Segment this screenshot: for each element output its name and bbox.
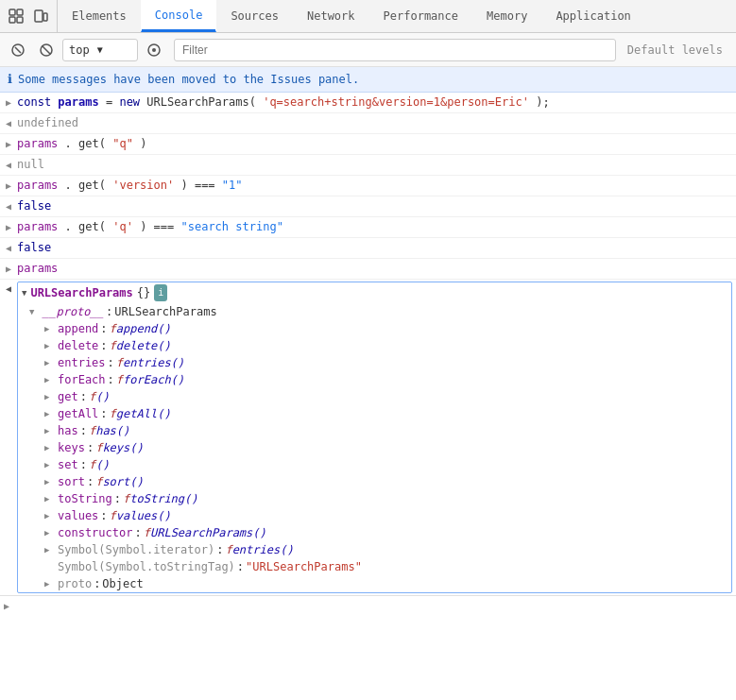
tab-performance[interactable]: Performance — [369, 0, 472, 32]
console-row: ▶ params — [0, 259, 736, 280]
method-delete: ▶ delete : f delete() — [41, 337, 731, 354]
row-content: params . get( 'version' ) === "1" — [17, 177, 736, 194]
collapse-arrow[interactable]: ◀ — [0, 280, 17, 298]
method-arrow[interactable]: ▶ — [44, 320, 58, 337]
console-input-row: ▶ — [0, 595, 736, 616]
tab-application[interactable]: Application — [541, 0, 644, 32]
tab-console[interactable]: Console — [141, 0, 217, 32]
output-arrow: ◀ — [0, 239, 17, 257]
console-row: ◀ null — [0, 155, 736, 176]
method-values: ▶ values : f values() — [41, 507, 731, 524]
svg-rect-2 — [9, 17, 15, 23]
clear-console-button[interactable] — [6, 38, 30, 62]
default-levels-label: Default levels — [620, 43, 730, 57]
console-row: ▶ params . get( "q" ) — [0, 134, 736, 155]
method-constructor: ▶ constructor : f URLSearchParams() — [41, 524, 731, 541]
console-row: ◀ false — [0, 196, 736, 217]
console-row: ▶ params . get( 'q' ) === "search string… — [0, 217, 736, 238]
tab-bar: Elements Console Sources Network Perform… — [0, 0, 736, 33]
context-value: top — [69, 43, 90, 57]
method-arrow[interactable]: ▶ — [44, 490, 58, 507]
svg-rect-5 — [43, 13, 47, 21]
tab-network[interactable]: Network — [293, 0, 369, 32]
preserve-log-icon[interactable] — [142, 38, 166, 62]
block-icon[interactable] — [34, 38, 59, 62]
row-content: const params = new URLSearchParams( 'q=s… — [17, 94, 736, 111]
console-input[interactable] — [13, 600, 732, 613]
method-set: ▶ set : f () — [41, 456, 731, 473]
filter-input[interactable] — [174, 39, 616, 61]
expand-arrow[interactable]: ▶ — [0, 260, 17, 278]
method-arrow[interactable]: ▶ — [44, 507, 58, 524]
info-banner-text: Some messages have been moved to the Iss… — [18, 71, 359, 88]
svg-rect-1 — [17, 9, 23, 15]
proto-arrow[interactable]: ▼ — [29, 303, 43, 320]
svg-line-7 — [15, 47, 21, 53]
expand-arrow[interactable]: ▶ — [0, 94, 17, 111]
output-arrow: ◀ — [0, 156, 17, 174]
row-content: false — [17, 239, 736, 256]
console-row: ▶ const params = new URLSearchParams( 'q… — [0, 93, 736, 113]
console-row: ◀ false — [0, 238, 736, 259]
chevron-down-icon: ▼ — [97, 44, 103, 55]
object-tree: ▼ __proto__ : URLSearchParams ▶ append :… — [18, 303, 731, 592]
info-badge[interactable]: i — [154, 284, 167, 301]
object-box: ▼ URLSearchParams {} i ▼ __proto__ : URL… — [17, 282, 732, 593]
method-arrow[interactable]: ▶ — [44, 456, 58, 473]
input-prompt-icon: ▶ — [4, 598, 9, 615]
collapse-object-icon[interactable]: ▼ — [22, 284, 26, 301]
tab-memory[interactable]: Memory — [472, 0, 541, 32]
proto-row: ▼ __proto__ : URLSearchParams — [26, 303, 731, 320]
method-arrow[interactable]: ▶ — [44, 473, 58, 490]
row-content: params — [17, 260, 736, 277]
expanded-object-row: ◀ ▼ URLSearchParams {} i ▼ __proto__ : U… — [0, 280, 736, 595]
method-tostring: ▶ toString : f toString() — [41, 490, 731, 507]
svg-line-9 — [43, 45, 51, 54]
method-foreach: ▶ forEach : f forEach() — [41, 371, 731, 388]
devtools-icons — [0, 0, 58, 32]
output-arrow: ◀ — [0, 197, 17, 215]
proto-object-row: ▶ proto : Object — [41, 575, 731, 592]
inspect-icon[interactable] — [6, 6, 26, 26]
method-sort: ▶ sort : f sort() — [41, 473, 731, 490]
expand-arrow[interactable]: ▶ — [0, 177, 17, 195]
method-arrow[interactable]: ▶ — [44, 371, 58, 388]
prop-symbol-tostringtag: Symbol(Symbol.toStringTag) : "URLSearchP… — [41, 558, 731, 575]
methods-list: ▶ append : f append() ▶ delete : f delet… — [26, 320, 731, 592]
method-symbol-iterator: ▶ Symbol(Symbol.iterator) : f entries() — [41, 541, 731, 558]
toolbar: top ▼ Default levels — [0, 33, 736, 67]
svg-rect-0 — [9, 9, 15, 15]
row-content: undefined — [17, 114, 736, 131]
expand-arrow[interactable]: ▶ — [0, 218, 17, 236]
row-content: false — [17, 197, 736, 214]
tab-elements[interactable]: Elements — [58, 0, 141, 32]
row-content: null — [17, 156, 736, 173]
method-arrow[interactable]: ▶ — [44, 541, 58, 558]
console-row: ▶ params . get( 'version' ) === "1" — [0, 176, 736, 196]
object-header: ▼ URLSearchParams {} i — [18, 282, 731, 303]
expand-arrow[interactable]: ▶ — [0, 135, 17, 153]
row-content: params . get( 'q' ) === "search string" — [17, 218, 736, 235]
device-icon[interactable] — [30, 6, 51, 26]
method-arrow[interactable]: ▶ — [44, 439, 58, 456]
svg-rect-3 — [17, 17, 23, 23]
row-content: ▼ URLSearchParams {} i ▼ __proto__ : URL… — [17, 280, 736, 595]
method-arrow[interactable]: ▶ — [44, 524, 58, 541]
method-arrow[interactable]: ▶ — [44, 405, 58, 422]
console-row: ◀ undefined — [0, 113, 736, 134]
context-selector[interactable]: top ▼ — [62, 39, 138, 61]
tab-sources[interactable]: Sources — [216, 0, 293, 32]
method-arrow[interactable]: ▶ — [44, 337, 58, 354]
method-keys: ▶ keys : f keys() — [41, 439, 731, 456]
method-has: ▶ has : f has() — [41, 422, 731, 439]
info-banner: ℹ Some messages have been moved to the I… — [0, 67, 736, 93]
row-content: params . get( "q" ) — [17, 135, 736, 152]
method-get: ▶ get : f () — [41, 388, 731, 405]
proto-obj-arrow[interactable]: ▶ — [44, 575, 58, 592]
method-append: ▶ append : f append() — [41, 320, 731, 337]
console-content: ℹ Some messages have been moved to the I… — [0, 67, 736, 700]
method-arrow[interactable]: ▶ — [44, 388, 58, 405]
method-arrow[interactable]: ▶ — [44, 422, 58, 439]
svg-rect-4 — [35, 10, 43, 22]
method-arrow[interactable]: ▶ — [44, 354, 58, 371]
